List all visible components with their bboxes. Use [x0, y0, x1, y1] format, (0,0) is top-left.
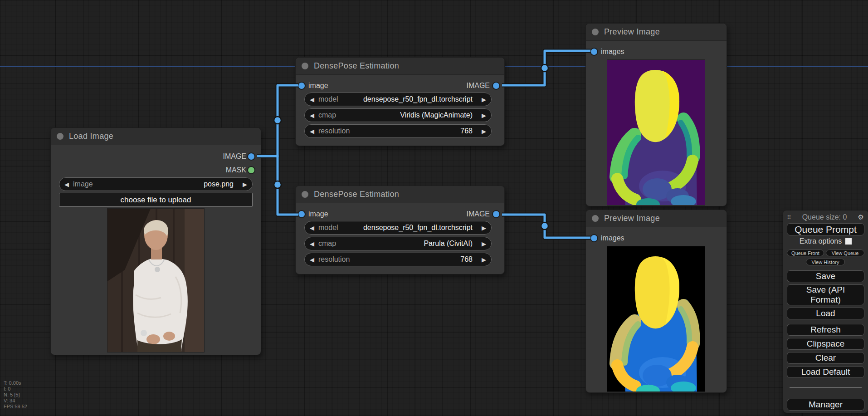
node-title: Preview Image	[604, 214, 660, 223]
widget-model[interactable]: ◀ model densepose_r50_fpn_dl.torchscript…	[304, 93, 492, 106]
decrement-arrow-icon[interactable]: ◀	[310, 97, 314, 103]
stat-iteration: I: 0	[4, 386, 27, 392]
view-queue-button[interactable]: View Queue	[826, 250, 864, 256]
widget-value: pose.png	[93, 180, 243, 188]
widget-cmap[interactable]: ◀ cmap Parula (CivitAI) ▶	[304, 237, 492, 250]
node-preview-image-1[interactable]: Preview Image images	[585, 23, 727, 206]
densepose-preview-viridis	[607, 60, 705, 205]
widget-label: model	[318, 95, 338, 103]
link-midpoint-dot	[274, 181, 281, 188]
node-title-bar[interactable]: DensePose Estimation	[296, 58, 504, 75]
save-button[interactable]: Save	[787, 270, 864, 282]
collapse-dot-icon[interactable]	[592, 215, 599, 222]
decrement-arrow-icon[interactable]: ◀	[310, 241, 314, 247]
widget-resolution[interactable]: ◀ resolution 768 ▶	[304, 253, 492, 266]
increment-arrow-icon[interactable]: ▶	[482, 97, 486, 103]
output-label-image: IMAGE	[223, 152, 246, 161]
node-title-bar[interactable]: Load Image	[51, 128, 261, 145]
queue-front-button[interactable]: Queue Front	[787, 250, 824, 256]
widget-label: resolution	[318, 255, 350, 264]
collapse-dot-icon[interactable]	[57, 133, 63, 140]
stat-version: V: 34	[4, 398, 27, 404]
save-api-format-button[interactable]: Save (API Format)	[787, 284, 864, 305]
performance-stats: T: 0.00s I: 0 N: 5 [5] V: 34 FPS:59.52	[4, 380, 27, 410]
widget-cmap[interactable]: ◀ cmap Viridis (MagicAnimate) ▶	[304, 108, 492, 122]
output-label-mask: MASK	[226, 166, 246, 174]
link-midpoint-dot	[274, 117, 281, 124]
node-title-bar[interactable]: Preview Image	[586, 210, 727, 227]
widget-label: model	[318, 224, 338, 232]
widget-label: resolution	[318, 127, 350, 135]
input-label: image	[308, 210, 328, 218]
menu-divider	[790, 387, 862, 387]
settings-gear-icon[interactable]: ⚙	[858, 213, 864, 221]
extra-options-checkbox[interactable]	[845, 238, 852, 245]
output-port-mask[interactable]	[248, 167, 254, 173]
queue-prompt-button[interactable]: Queue Prompt	[787, 223, 864, 235]
view-history-button[interactable]: View History	[806, 259, 845, 265]
collapse-dot-icon[interactable]	[592, 29, 599, 35]
node-load-image[interactable]: Load Image IMAGE MASK ◀ image pose.png ▶…	[50, 127, 261, 355]
increment-arrow-icon[interactable]: ▶	[482, 257, 486, 263]
collapse-dot-icon[interactable]	[302, 63, 308, 69]
node-densepose-2[interactable]: DensePose Estimation image IMAGE ◀ model…	[295, 186, 505, 274]
input-port-image[interactable]	[298, 211, 305, 217]
node-preview-image-2[interactable]: Preview Image images	[585, 210, 727, 393]
output-port-image[interactable]	[493, 83, 499, 89]
increment-arrow-icon[interactable]: ▶	[482, 128, 486, 134]
widget-label: cmap	[318, 240, 336, 248]
node-title-bar[interactable]: DensePose Estimation	[296, 186, 504, 203]
node-graph-canvas[interactable]: Load Image IMAGE MASK ◀ image pose.png ▶…	[0, 0, 868, 416]
input-label: image	[308, 82, 328, 90]
extra-options-label: Extra options	[800, 237, 842, 245]
widget-value: 768	[350, 255, 482, 264]
collapse-dot-icon[interactable]	[302, 191, 308, 198]
widget-value: densepose_r50_fpn_dl.torchscript	[338, 224, 482, 232]
widget-resolution[interactable]: ◀ resolution 768 ▶	[304, 124, 492, 138]
widget-value: Parula (CivitAI)	[336, 240, 482, 248]
decrement-arrow-icon[interactable]: ◀	[310, 225, 314, 231]
node-title: DensePose Estimation	[314, 61, 399, 71]
node-densepose-1[interactable]: DensePose Estimation image IMAGE ◀ model…	[295, 57, 505, 146]
widget-image-combo[interactable]: ◀ image pose.png ▶	[59, 177, 253, 191]
link-midpoint-dot	[541, 222, 548, 230]
choose-file-button[interactable]: choose file to upload	[59, 193, 253, 207]
increment-arrow-icon[interactable]: ▶	[482, 241, 486, 247]
input-port-image[interactable]	[298, 83, 305, 89]
output-label: IMAGE	[466, 210, 490, 218]
output-label: IMAGE	[466, 82, 490, 90]
increment-arrow-icon[interactable]: ▶	[482, 113, 486, 118]
node-title: Preview Image	[604, 27, 660, 37]
stat-time: T: 0.00s	[4, 380, 27, 386]
input-label: images	[601, 48, 624, 56]
input-port-images[interactable]	[591, 235, 597, 241]
output-port-image[interactable]	[248, 153, 254, 160]
clipspace-button[interactable]: Clipspace	[787, 338, 864, 350]
decrement-arrow-icon[interactable]: ◀	[310, 128, 314, 134]
load-button[interactable]: Load	[787, 308, 864, 319]
decrement-arrow-icon[interactable]: ◀	[310, 257, 314, 263]
input-label: images	[601, 234, 624, 242]
queue-size-label: Queue size: 0	[791, 213, 858, 221]
clear-button[interactable]: Clear	[787, 352, 864, 364]
menu-drag-handle-icon[interactable]: ⠿	[787, 214, 791, 221]
decrement-arrow-icon[interactable]: ◀	[64, 181, 69, 187]
comfy-menu[interactable]: ⠿ Queue size: 0 ⚙ Queue Prompt Extra opt…	[783, 210, 868, 413]
output-port-image[interactable]	[493, 211, 499, 217]
decrement-arrow-icon[interactable]: ◀	[310, 113, 314, 118]
node-title: DensePose Estimation	[314, 190, 399, 199]
node-title-bar[interactable]: Preview Image	[586, 24, 727, 41]
increment-arrow-icon[interactable]: ▶	[243, 181, 247, 187]
input-port-images[interactable]	[591, 49, 597, 55]
load-default-button[interactable]: Load Default	[787, 366, 864, 378]
widget-value: 768	[350, 127, 482, 135]
widget-value: densepose_r50_fpn_dl.torchscript	[338, 95, 482, 103]
widget-label: cmap	[318, 111, 336, 119]
refresh-button[interactable]: Refresh	[787, 324, 864, 336]
stat-fps: FPS:59.52	[4, 404, 27, 410]
widget-model[interactable]: ◀ model densepose_r50_fpn_dl.torchscript…	[304, 221, 492, 235]
increment-arrow-icon[interactable]: ▶	[482, 225, 486, 231]
manager-button[interactable]: Manager	[787, 399, 864, 411]
widget-value: Viridis (MagicAnimate)	[336, 111, 482, 119]
link-midpoint-dot	[541, 64, 548, 72]
